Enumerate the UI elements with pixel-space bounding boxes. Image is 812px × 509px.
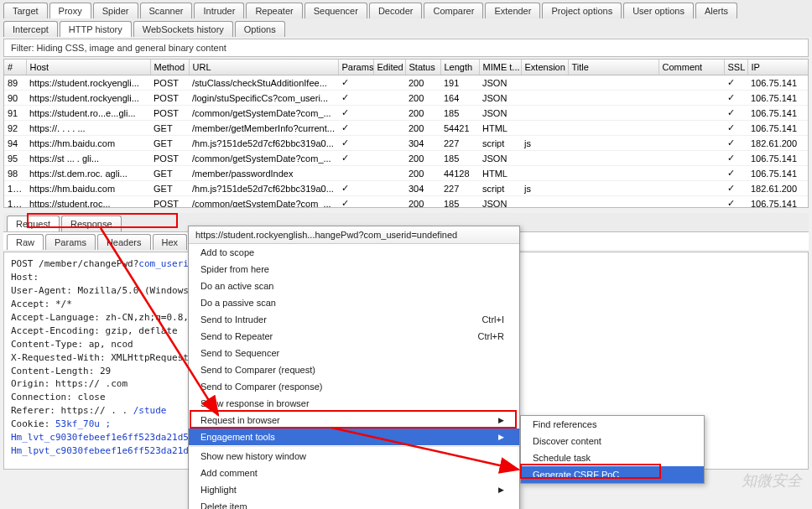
- tab-options[interactable]: Options: [235, 21, 285, 37]
- tab-intercept[interactable]: Intercept: [3, 21, 58, 37]
- table-row[interactable]: 94https://hm.baidu.comGET/hm.js?151de52d…: [4, 136, 809, 151]
- table-row[interactable]: 91https://student.ro...e...gli...POST/co…: [4, 106, 809, 121]
- menu-send-to-intruder[interactable]: Send to IntruderCtrl+I: [189, 311, 519, 328]
- header-referer: Referer: https:// . .: [11, 405, 133, 416]
- main-tab-bar: TargetProxySpiderScannerIntruderRepeater…: [0, 0, 812, 18]
- menu-show-response-in-browser[interactable]: Show response in browser: [189, 395, 519, 412]
- chevron-right-icon: ▶: [498, 433, 504, 441]
- chevron-right-icon: ▶: [498, 416, 504, 424]
- col-mimet[interactable]: MIME t...: [479, 60, 521, 75]
- col-ssl[interactable]: SSL: [724, 60, 747, 75]
- menu-do-an-active-scan[interactable]: Do an active scan: [189, 278, 519, 294]
- submenu-generate-csrf-poc[interactable]: Generate CSRF PoC: [521, 466, 704, 483]
- tab-scanner[interactable]: Scanner: [140, 3, 193, 18]
- tab-decoder[interactable]: Decoder: [369, 3, 423, 18]
- menu-highlight[interactable]: Highlight▶: [189, 481, 519, 498]
- col-extension[interactable]: Extension: [521, 60, 568, 75]
- context-menu-header: https://student.rockyenglish...hangePwd?…: [189, 226, 519, 244]
- table-row[interactable]: 90https://student.rockyengli...POST/logi…: [4, 91, 809, 106]
- tab-repeater[interactable]: Repeater: [246, 3, 302, 18]
- context-menu[interactable]: https://student.rockyenglish...hangePwd?…: [188, 226, 520, 509]
- tab-extender[interactable]: Extender: [485, 3, 540, 18]
- menu-send-to-sequencer[interactable]: Send to Sequencer: [189, 345, 519, 361]
- http-history-table[interactable]: #HostMethodURLParamsEditedStatusLengthMI…: [3, 59, 809, 208]
- referer-path: /stude: [133, 405, 167, 416]
- menu-delete-item[interactable]: Delete item: [189, 498, 519, 509]
- tab-http-history[interactable]: HTTP history: [60, 21, 132, 37]
- col-status[interactable]: Status: [405, 60, 440, 75]
- submenu-find-references[interactable]: Find references: [521, 416, 704, 433]
- col-host[interactable]: Host: [26, 60, 150, 75]
- menu-send-to-comparer-request-[interactable]: Send to Comparer (request): [189, 361, 519, 378]
- menu-engagement-tools[interactable]: Engagement tools▶: [189, 428, 519, 445]
- tab-params[interactable]: Params: [45, 234, 96, 250]
- col-url[interactable]: URL: [189, 60, 338, 75]
- tab-proxy[interactable]: Proxy: [49, 3, 91, 18]
- tab-comparer[interactable]: Comparer: [424, 3, 483, 18]
- col-comment[interactable]: Comment: [658, 60, 724, 75]
- menu-spider-from-here[interactable]: Spider from here: [189, 261, 519, 278]
- menu-send-to-comparer-response-[interactable]: Send to Comparer (response): [189, 378, 519, 395]
- submenu-schedule-task[interactable]: Schedule task: [521, 449, 704, 466]
- tab-spider[interactable]: Spider: [93, 3, 138, 18]
- tab-websockets-history[interactable]: WebSockets history: [133, 21, 233, 37]
- tab-intruder[interactable]: Intruder: [194, 3, 244, 18]
- tab-alerts[interactable]: Alerts: [695, 3, 737, 18]
- menu-do-a-passive-scan[interactable]: Do a passive scan: [189, 294, 519, 311]
- menu-send-to-repeater[interactable]: Send to RepeaterCtrl+R: [189, 328, 519, 345]
- col-title[interactable]: Title: [568, 60, 658, 75]
- tab-target[interactable]: Target: [3, 3, 48, 18]
- submenu-discover-content[interactable]: Discover content: [521, 433, 704, 449]
- header-cookie: Cookie:: [11, 418, 55, 429]
- tab-headers[interactable]: Headers: [97, 234, 151, 250]
- table-row[interactable]: 100https://hm.baidu.comGET/hm.js?151de52…: [4, 181, 809, 196]
- col-edited[interactable]: Edited: [373, 60, 405, 75]
- filter-bar[interactable]: Filter: Hiding CSS, image and general bi…: [3, 39, 809, 57]
- tab-raw[interactable]: Raw: [7, 234, 44, 250]
- chevron-right-icon: ▶: [498, 486, 504, 494]
- engagement-submenu[interactable]: Find referencesDiscover contentSchedule …: [520, 415, 705, 484]
- cookie-val: 53kf_70u ;: [55, 418, 111, 429]
- table-row[interactable]: 95https://st ... . gli...POST/common/get…: [4, 151, 809, 166]
- tab-sequencer[interactable]: Sequencer: [304, 3, 367, 18]
- col-length[interactable]: Length: [440, 60, 479, 75]
- request-line: POST /member/changePwd?: [11, 258, 138, 269]
- table-row[interactable]: 92https://. . . . ...GET/member/getMembe…: [4, 121, 809, 136]
- col-ip[interactable]: IP: [747, 60, 809, 75]
- menu-add-to-scope[interactable]: Add to scope: [189, 244, 519, 261]
- tab-project-options[interactable]: Project options: [542, 3, 622, 18]
- table-row[interactable]: 89https://student.rockyengli...POST/stuC…: [4, 75, 809, 91]
- tab-request[interactable]: Request: [7, 216, 60, 231]
- table-row[interactable]: 98https://st.dem.roc. agli...GET/member/…: [4, 166, 809, 181]
- col-method[interactable]: Method: [150, 60, 189, 75]
- table-row[interactable]: 101https://student.roc...POST/common/get…: [4, 196, 809, 209]
- menu-show-new-history-window[interactable]: Show new history window: [189, 448, 519, 465]
- proxy-sub-tabs: InterceptHTTP historyWebSockets historyO…: [0, 18, 812, 37]
- watermark: 知微安全: [742, 470, 802, 491]
- menu-add-comment[interactable]: Add comment: [189, 465, 519, 481]
- tab-user-options[interactable]: User options: [623, 3, 694, 18]
- menu-request-in-browser[interactable]: Request in browser▶: [189, 412, 519, 428]
- tab-response[interactable]: Response: [61, 216, 122, 231]
- col-params[interactable]: Params: [338, 60, 373, 75]
- tab-hex[interactable]: Hex: [153, 234, 188, 250]
- col-[interactable]: #: [4, 60, 26, 75]
